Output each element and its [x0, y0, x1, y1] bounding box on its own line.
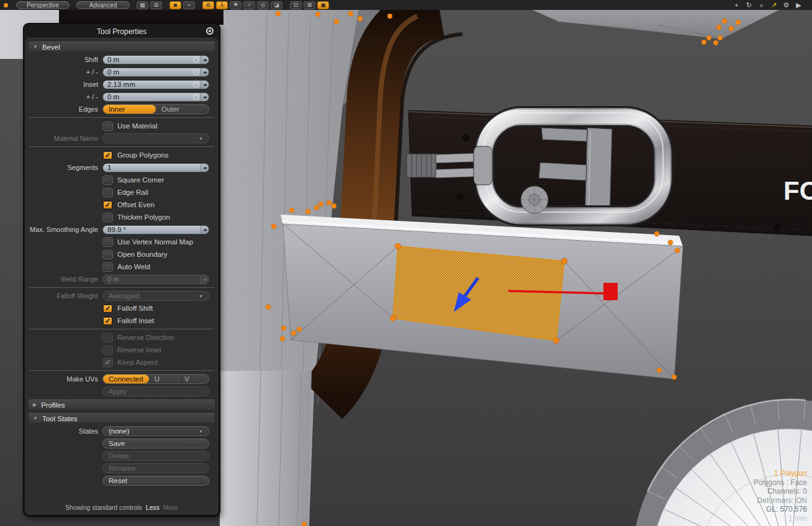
- shift-field[interactable]: 0 m◂▸: [102, 55, 209, 65]
- max-smoothing-angle-field[interactable]: 89.9 °◂▸: [102, 225, 209, 234]
- spinner-arrows-icon[interactable]: ◂▸: [201, 164, 209, 172]
- envelope-circle-icon[interactable]: [193, 57, 199, 63]
- spinner-arrows-icon[interactable]: ◂▸: [201, 226, 209, 234]
- dot-pattern-icon[interactable]: ▩: [137, 1, 148, 9]
- thicken-polygon-checkbox[interactable]: [102, 213, 113, 222]
- texture-shading-icon[interactable]: ◙: [169, 1, 181, 9]
- row-weld-range: Weld Range0 m◂▸: [28, 273, 215, 285]
- falloff-shift-checkbox[interactable]: ✓: [102, 304, 113, 313]
- edges-option-outer[interactable]: Outer: [156, 105, 209, 114]
- field-control: Reverse Inset: [102, 345, 209, 355]
- row-edge-rail: Edge Rail: [28, 186, 215, 198]
- spinner-arrows-icon[interactable]: ◂▸: [201, 275, 209, 283]
- rename-button: Rename: [102, 463, 209, 473]
- hud-line: Channels: 0: [754, 487, 807, 496]
- offset-even-checkbox[interactable]: ✓: [102, 200, 113, 210]
- zoom-view-icon[interactable]: ⌕: [757, 1, 766, 9]
- chevron-down-icon: ▼: [199, 136, 203, 141]
- section-header-tool-states[interactable]: ▼Tool States: [29, 413, 215, 423]
- reverse-inset-checkbox: [102, 345, 113, 355]
- use-vertex-normal-map-checkbox[interactable]: [102, 238, 113, 247]
- wireframe-shading-icon[interactable]: ≈: [183, 1, 195, 9]
- -field[interactable]: 0 m◂▸: [102, 68, 209, 77]
- field-label: States: [28, 427, 102, 435]
- field-label: Inset: [28, 81, 102, 88]
- field-value: 0 m: [103, 275, 201, 283]
- field-control: Use Material: [102, 122, 209, 131]
- edge-rail-checkbox[interactable]: [102, 188, 113, 197]
- triangle-down-icon: ▼: [33, 416, 38, 421]
- field-control: Averaged▼: [102, 291, 209, 301]
- viewport-menu-icon[interactable]: ▶: [794, 1, 803, 9]
- rotate-view-icon[interactable]: ↻: [744, 1, 754, 9]
- make-uvs-option-connected[interactable]: Connected: [103, 375, 149, 383]
- envelope-circle-icon[interactable]: [193, 82, 199, 87]
- triangle-down-icon: ▼: [33, 44, 38, 50]
- capsule-display-icon[interactable]: ○: [243, 1, 255, 9]
- field-control: ✓Offset Even: [102, 200, 209, 210]
- states-dropdown[interactable]: (none)▼: [102, 426, 209, 436]
- row-offset-even: ✓Offset Even: [28, 198, 215, 211]
- hud-line: 1 Polygon: [754, 469, 807, 478]
- spinner-arrows-icon[interactable]: ◂▸: [201, 93, 209, 101]
- hud-line: Deformers: ON: [754, 496, 807, 506]
- open-boundary-checkbox[interactable]: [102, 250, 113, 259]
- perspective-view-button[interactable]: Perspective: [16, 1, 70, 9]
- -field[interactable]: 0 m◂▸: [102, 92, 209, 102]
- section-header-bevel[interactable]: ▼Bevel: [29, 42, 215, 51]
- square-corner-checkbox[interactable]: [102, 176, 113, 185]
- backdrop-toggle-icon[interactable]: ◪: [271, 1, 282, 9]
- edges-option-inner[interactable]: Inner: [103, 105, 156, 114]
- dropdown-value: (none): [109, 427, 129, 435]
- falloff-inset-checkbox[interactable]: ✓: [102, 316, 113, 326]
- show-less-link[interactable]: Less: [146, 504, 160, 511]
- field-value: 1: [103, 164, 201, 171]
- row-edges: EdgesInnerOuter: [28, 103, 215, 115]
- quad-view-icon[interactable]: ⊞: [150, 1, 162, 9]
- viewport-settings-gear-icon[interactable]: ⚙: [782, 1, 791, 9]
- maximize-view-icon[interactable]: ↗: [769, 1, 778, 9]
- row-thicken-polygon: Thicken Polygon: [28, 211, 215, 223]
- use-material-checkbox[interactable]: [102, 122, 113, 131]
- reset-button[interactable]: Reset: [102, 476, 209, 486]
- spinner-arrows-icon[interactable]: ◂▸: [201, 68, 209, 76]
- field-control: Rename: [102, 463, 209, 473]
- render-settings-icon[interactable]: ⊠: [304, 1, 315, 9]
- render-region-icon[interactable]: ⊡: [290, 1, 302, 9]
- section-header-profiles[interactable]: ▶Profiles: [29, 399, 215, 409]
- advanced-shading-button[interactable]: Advanced: [76, 1, 130, 9]
- double-capsule-display-icon[interactable]: ◎: [257, 1, 269, 9]
- checkbox-label: Falloff Shift: [117, 305, 153, 312]
- make-uvs-option-u[interactable]: U: [149, 375, 179, 383]
- reverse-direction-checkbox: [102, 333, 113, 342]
- row-reset: Reset: [28, 475, 215, 487]
- row-make-uvs: Make UVsConnectedUV: [28, 373, 215, 385]
- hud-line: GL: 570,576: [754, 505, 807, 514]
- pan-view-icon[interactable]: +: [732, 1, 741, 9]
- group-divider: [28, 368, 215, 373]
- group-divider: [28, 115, 215, 120]
- vertex-display-icon[interactable]: λ: [216, 1, 228, 9]
- auto-weld-checkbox[interactable]: [102, 262, 113, 272]
- group-polygons-checkbox[interactable]: ✓: [102, 151, 113, 160]
- spinner-arrows-icon[interactable]: ◂▸: [201, 56, 209, 64]
- field-control: Thicken Polygon: [102, 213, 209, 222]
- row-rename: Rename: [28, 462, 215, 475]
- full-view-icon[interactable]: ▣: [317, 1, 329, 9]
- inset-field[interactable]: 2.13 mm◂▸: [102, 80, 209, 89]
- row-keep-aspect: ✓Keep Aspect: [28, 356, 215, 368]
- spinner-arrows-icon[interactable]: ◂▸: [201, 81, 209, 89]
- belt-brand-text: FO: [783, 176, 812, 205]
- envelope-circle-icon[interactable]: [193, 69, 199, 75]
- save-button[interactable]: Save: [102, 439, 209, 448]
- show-more-link[interactable]: More: [163, 504, 178, 511]
- footer-label: Showing standard controls: [65, 504, 142, 511]
- row-falloff-inset: ✓Falloff Inset: [28, 314, 215, 327]
- panel-target-icon[interactable]: [206, 27, 214, 35]
- make-uvs-option-v[interactable]: V: [179, 375, 209, 383]
- field-label: Edges: [28, 105, 102, 113]
- overlay-squares-icon[interactable]: ⧉: [202, 1, 214, 9]
- pivot-display-icon[interactable]: ⚑: [230, 1, 241, 9]
- envelope-circle-icon[interactable]: [193, 94, 199, 100]
- segments-field[interactable]: 1◂▸: [102, 163, 209, 172]
